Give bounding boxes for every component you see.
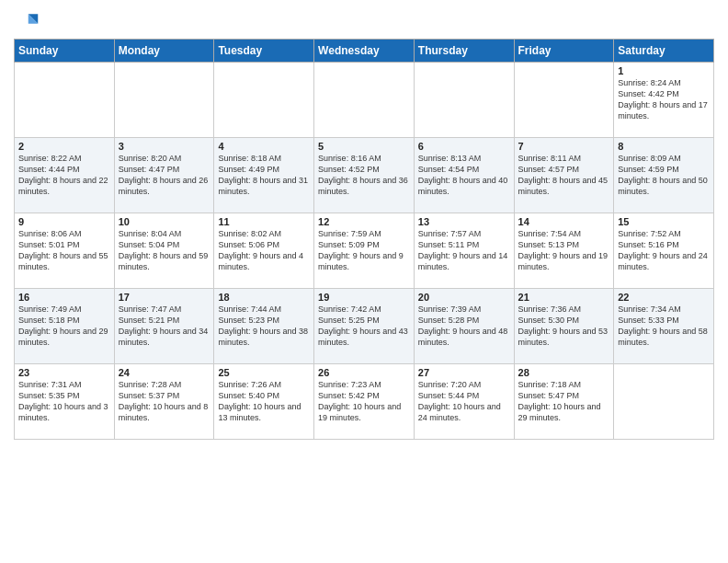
day-number: 14 [518,216,610,227]
calendar-cell: 12Sunrise: 7:59 AM Sunset: 5:09 PM Dayli… [314,213,415,289]
calendar-cell: 2Sunrise: 8:22 AM Sunset: 4:44 PM Daylig… [15,138,115,213]
day-number: 3 [119,141,210,152]
week-row-1: 2Sunrise: 8:22 AM Sunset: 4:44 PM Daylig… [15,138,714,213]
day-number: 6 [418,141,510,152]
weekday-header-row: SundayMondayTuesdayWednesdayThursdayFrid… [15,40,714,63]
day-info: Sunrise: 8:11 AM Sunset: 4:57 PM Dayligh… [518,153,610,198]
week-row-2: 9Sunrise: 8:06 AM Sunset: 5:01 PM Daylig… [15,213,714,289]
header [14,9,714,35]
day-number: 7 [518,141,610,152]
day-info: Sunrise: 7:34 AM Sunset: 5:33 PM Dayligh… [618,304,710,349]
calendar-cell: 19Sunrise: 7:42 AM Sunset: 5:25 PM Dayli… [314,289,415,364]
day-number: 16 [18,292,110,303]
calendar-cell: 11Sunrise: 8:02 AM Sunset: 5:06 PM Dayli… [214,213,314,289]
day-info: Sunrise: 7:18 AM Sunset: 5:47 PM Dayligh… [518,379,610,424]
day-info: Sunrise: 8:16 AM Sunset: 4:52 PM Dayligh… [318,153,410,198]
day-number: 8 [618,141,710,152]
calendar-cell: 28Sunrise: 7:18 AM Sunset: 5:47 PM Dayli… [514,364,614,440]
calendar-cell: 26Sunrise: 7:23 AM Sunset: 5:42 PM Dayli… [314,364,415,440]
day-number: 12 [318,216,410,227]
weekday-friday: Friday [514,40,614,63]
day-info: Sunrise: 7:59 AM Sunset: 5:09 PM Dayligh… [318,228,410,273]
calendar-cell: 23Sunrise: 7:31 AM Sunset: 5:35 PM Dayli… [15,364,115,440]
weekday-thursday: Thursday [414,40,514,63]
day-number: 26 [318,367,410,378]
day-info: Sunrise: 8:18 AM Sunset: 4:49 PM Dayligh… [218,153,310,198]
day-number: 25 [218,367,310,378]
calendar-cell: 25Sunrise: 7:26 AM Sunset: 5:40 PM Dayli… [214,364,314,440]
weekday-tuesday: Tuesday [214,40,314,63]
week-row-0: 1Sunrise: 8:24 AM Sunset: 4:42 PM Daylig… [15,63,714,138]
calendar-cell [15,63,115,138]
day-info: Sunrise: 7:23 AM Sunset: 5:42 PM Dayligh… [318,379,410,424]
calendar-cell [214,63,314,138]
calendar-cell: 16Sunrise: 7:49 AM Sunset: 5:18 PM Dayli… [15,289,115,364]
day-number: 11 [218,216,310,227]
day-info: Sunrise: 7:49 AM Sunset: 5:18 PM Dayligh… [18,304,110,349]
calendar-cell: 9Sunrise: 8:06 AM Sunset: 5:01 PM Daylig… [15,213,115,289]
calendar-cell [114,63,214,138]
weekday-wednesday: Wednesday [314,40,415,63]
day-info: Sunrise: 7:36 AM Sunset: 5:30 PM Dayligh… [518,304,610,349]
calendar-cell: 8Sunrise: 8:09 AM Sunset: 4:59 PM Daylig… [614,138,714,213]
day-number: 28 [518,367,610,378]
calendar-cell: 13Sunrise: 7:57 AM Sunset: 5:11 PM Dayli… [414,213,514,289]
day-info: Sunrise: 8:06 AM Sunset: 5:01 PM Dayligh… [18,228,110,273]
day-number: 27 [418,367,510,378]
day-info: Sunrise: 8:24 AM Sunset: 4:42 PM Dayligh… [618,77,710,122]
calendar-cell: 21Sunrise: 7:36 AM Sunset: 5:30 PM Dayli… [514,289,614,364]
day-number: 2 [18,141,110,152]
calendar-cell: 7Sunrise: 8:11 AM Sunset: 4:57 PM Daylig… [514,138,614,213]
day-info: Sunrise: 7:39 AM Sunset: 5:28 PM Dayligh… [418,304,510,349]
weekday-monday: Monday [114,40,214,63]
day-info: Sunrise: 7:54 AM Sunset: 5:13 PM Dayligh… [518,228,610,273]
day-number: 4 [218,141,310,152]
logo [14,9,41,35]
day-number: 21 [518,292,610,303]
calendar-cell: 18Sunrise: 7:44 AM Sunset: 5:23 PM Dayli… [214,289,314,364]
day-info: Sunrise: 8:02 AM Sunset: 5:06 PM Dayligh… [218,228,310,273]
calendar-cell: 4Sunrise: 8:18 AM Sunset: 4:49 PM Daylig… [214,138,314,213]
day-info: Sunrise: 7:52 AM Sunset: 5:16 PM Dayligh… [618,228,710,273]
day-number: 1 [618,65,710,76]
calendar-cell: 1Sunrise: 8:24 AM Sunset: 4:42 PM Daylig… [614,63,714,138]
calendar-cell: 27Sunrise: 7:20 AM Sunset: 5:44 PM Dayli… [414,364,514,440]
calendar-cell [514,63,614,138]
day-info: Sunrise: 7:57 AM Sunset: 5:11 PM Dayligh… [418,228,510,273]
calendar-cell: 3Sunrise: 8:20 AM Sunset: 4:47 PM Daylig… [114,138,214,213]
day-number: 5 [318,141,410,152]
day-number: 9 [18,216,110,227]
day-info: Sunrise: 8:22 AM Sunset: 4:44 PM Dayligh… [18,153,110,198]
day-number: 24 [119,367,210,378]
day-number: 23 [18,367,110,378]
calendar-table: SundayMondayTuesdayWednesdayThursdayFrid… [14,39,714,440]
day-info: Sunrise: 7:44 AM Sunset: 5:23 PM Dayligh… [218,304,310,349]
page: SundayMondayTuesdayWednesdayThursdayFrid… [0,0,728,563]
calendar-cell: 17Sunrise: 7:47 AM Sunset: 5:21 PM Dayli… [114,289,214,364]
week-row-4: 23Sunrise: 7:31 AM Sunset: 5:35 PM Dayli… [15,364,714,440]
calendar-cell [414,63,514,138]
calendar-cell [314,63,415,138]
calendar-cell: 14Sunrise: 7:54 AM Sunset: 5:13 PM Dayli… [514,213,614,289]
weekday-sunday: Sunday [15,40,115,63]
week-row-3: 16Sunrise: 7:49 AM Sunset: 5:18 PM Dayli… [15,289,714,364]
day-info: Sunrise: 7:26 AM Sunset: 5:40 PM Dayligh… [218,379,310,424]
day-number: 10 [119,216,210,227]
day-info: Sunrise: 8:09 AM Sunset: 4:59 PM Dayligh… [618,153,710,198]
day-number: 20 [418,292,510,303]
day-info: Sunrise: 7:28 AM Sunset: 5:37 PM Dayligh… [119,379,210,424]
logo-icon [14,9,40,35]
day-info: Sunrise: 7:42 AM Sunset: 5:25 PM Dayligh… [318,304,410,349]
calendar-cell: 24Sunrise: 7:28 AM Sunset: 5:37 PM Dayli… [114,364,214,440]
calendar-cell: 5Sunrise: 8:16 AM Sunset: 4:52 PM Daylig… [314,138,415,213]
day-number: 13 [418,216,510,227]
calendar-cell [614,364,714,440]
day-number: 17 [119,292,210,303]
day-number: 15 [618,216,710,227]
day-info: Sunrise: 7:31 AM Sunset: 5:35 PM Dayligh… [18,379,110,424]
calendar-cell: 6Sunrise: 8:13 AM Sunset: 4:54 PM Daylig… [414,138,514,213]
day-info: Sunrise: 7:20 AM Sunset: 5:44 PM Dayligh… [418,379,510,424]
day-info: Sunrise: 8:04 AM Sunset: 5:04 PM Dayligh… [119,228,210,273]
calendar-cell: 22Sunrise: 7:34 AM Sunset: 5:33 PM Dayli… [614,289,714,364]
day-info: Sunrise: 8:20 AM Sunset: 4:47 PM Dayligh… [119,153,210,198]
